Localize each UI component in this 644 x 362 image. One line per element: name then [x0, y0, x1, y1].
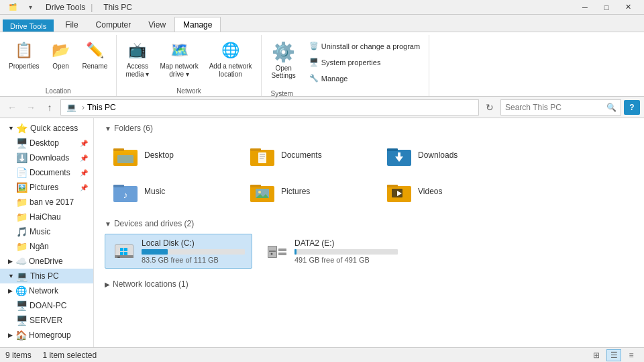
address-bar: ← → ↑ 💻 › This PC ↻ 🔍 ?: [0, 97, 644, 118]
open-button[interactable]: 📂 Open: [46, 36, 76, 74]
up-button[interactable]: ↑: [42, 99, 58, 116]
sidebar-item-haichau[interactable]: 📁 HaiChau: [0, 210, 93, 224]
folder-desktop-icon: [112, 143, 139, 167]
server-icon: 🖥️: [16, 315, 27, 326]
search-input[interactable]: [505, 103, 606, 112]
folder-desktop[interactable]: Desktop: [105, 138, 239, 172]
svg-rect-22: [387, 185, 398, 187]
large-icons-view-button[interactable]: ⊞: [589, 349, 604, 361]
devices-title: Devices and drives (2): [114, 219, 194, 228]
network-chevron: ▶: [105, 281, 110, 288]
this-pc-icon: 💻: [17, 271, 28, 281]
svg-rect-38: [278, 248, 286, 251]
close-button[interactable]: ✕: [617, 0, 639, 15]
uninstall-icon: 🗑️: [309, 42, 319, 50]
devices-section-header[interactable]: ▼ Devices and drives (2): [105, 219, 633, 228]
drive-c-bar-fill: [142, 249, 168, 255]
sidebar-item-this-pc[interactable]: ▼ 💻 This PC: [0, 269, 93, 283]
folders-title: Folders (6): [114, 124, 153, 133]
open-icon: 📂: [50, 40, 72, 61]
folder-pictures[interactable]: Pictures: [241, 175, 376, 208]
ribbon-group-location-items: 📋 Properties 📂 Open ✏️ Rename: [4, 35, 112, 85]
folders-section-header[interactable]: ▼ Folders (6): [105, 124, 633, 133]
access-media-button[interactable]: 📺 Accessmedia ▾: [121, 36, 154, 82]
address-path[interactable]: 💻 › This PC: [60, 99, 479, 116]
tab-manage[interactable]: Manage: [174, 17, 221, 32]
list-view-button[interactable]: ≡: [624, 349, 639, 361]
access-media-label: Accessmedia ▾: [125, 62, 149, 79]
sidebar-item-ngan[interactable]: 📁 Ngân: [0, 239, 93, 254]
tab-view[interactable]: View: [140, 17, 174, 32]
map-network-drive-button[interactable]: 🗺️ Map networkdrive ▾: [155, 36, 203, 82]
window-controls: ─ □ ✕: [574, 0, 639, 15]
sidebar-item-server[interactable]: 🖥️ SERVER: [0, 313, 93, 328]
content-area: ▼ Folders (6) Desktop Documents Downlo: [94, 118, 644, 347]
sidebar-item-doan-pc[interactable]: 🖥️ DOAN-PC: [0, 298, 93, 313]
sidebar-item-onedrive[interactable]: ▶ ☁️ OneDrive: [0, 254, 93, 269]
qat-expand[interactable]: ▾: [23, 0, 38, 15]
sidebar: ▼ ⭐ Quick access 🖥️ Desktop 📌 ⬇️ Downloa…: [0, 118, 94, 347]
map-network-drive-icon: 🗺️: [168, 40, 190, 61]
drive-e-info: DATA2 (E:) 491 GB free of 491 GB: [294, 238, 398, 264]
expand-icon-net: ▶: [8, 287, 13, 294]
folder-pictures-icon: [249, 179, 276, 203]
system-properties-button[interactable]: 🖥️ System properties: [305, 55, 425, 69]
folder-music[interactable]: ♪ Music: [105, 175, 239, 208]
details-view-button[interactable]: ☰: [606, 349, 621, 361]
open-settings-button[interactable]: ⚙️ OpenSettings: [266, 38, 302, 83]
sidebar-item-network[interactable]: ▶ 🌐 Network: [0, 283, 93, 298]
properties-button[interactable]: 📋 Properties: [4, 36, 44, 74]
network-section-header[interactable]: ▶ Network locations (1): [105, 279, 633, 289]
forward-button[interactable]: →: [23, 99, 39, 116]
sidebar-label-ngan: Ngân: [30, 242, 49, 251]
sidebar-item-documents[interactable]: 📄 Documents 📌: [0, 165, 93, 180]
drive-data2-e[interactable]: DATA2 (E:) 491 GB free of 491 GB: [258, 234, 405, 269]
tab-file[interactable]: File: [56, 17, 87, 32]
help-button[interactable]: ?: [624, 100, 640, 115]
folders-chevron: ▼: [105, 125, 111, 132]
folder-documents[interactable]: Documents: [241, 138, 376, 172]
expand-icon: ▼: [8, 125, 14, 132]
tab-drive-tools[interactable]: Drive Tools: [3, 19, 54, 32]
window-title-sep: |: [91, 3, 93, 12]
sidebar-item-ban-ve-2017[interactable]: 📁 ban ve 2017: [0, 195, 93, 210]
access-media-icon: 📺: [127, 40, 148, 61]
settings-icon: ⚙️: [272, 41, 295, 63]
maximize-button[interactable]: □: [596, 0, 617, 15]
network-icon: 🌐: [15, 285, 26, 296]
uninstall-button[interactable]: 🗑️ Uninstall or change a program: [305, 39, 425, 53]
main-area: ▼ ⭐ Quick access 🖥️ Desktop 📌 ⬇️ Downloa…: [0, 118, 644, 347]
folder-downloads[interactable]: Downloads: [378, 138, 513, 172]
sidebar-label-ban-ve-2017: ban ve 2017: [30, 197, 74, 207]
drive-e-bar-fill: [294, 249, 297, 255]
refresh-button[interactable]: ↻: [482, 99, 498, 116]
desktop-icon: 🖥️: [16, 138, 27, 148]
folder-videos[interactable]: Videos: [378, 175, 513, 208]
drive-e-free: 491 GB free of 491 GB: [294, 256, 398, 264]
add-network-location-button[interactable]: 🌐 Add a networklocation: [205, 36, 257, 82]
expand-icon-od: ▶: [8, 258, 13, 265]
tab-computer[interactable]: Computer: [87, 17, 140, 32]
rename-button[interactable]: ✏️ Rename: [78, 36, 113, 74]
drive-e-icon: [265, 239, 289, 263]
quick-access-toolbar[interactable]: 🗂️: [5, 0, 20, 15]
sidebar-item-pictures[interactable]: 🖼️ Pictures 📌: [0, 180, 93, 195]
svg-rect-39: [278, 253, 286, 255]
music-icon-sb: 🎵: [16, 226, 27, 237]
sidebar-item-desktop[interactable]: 🖥️ Desktop 📌: [0, 136, 93, 150]
sidebar-label-server: SERVER: [30, 316, 62, 325]
sidebar-item-downloads[interactable]: ⬇️ Downloads 📌: [0, 150, 93, 165]
back-button[interactable]: ←: [4, 99, 20, 116]
drive-local-disk-c[interactable]: Local Disk (C:) 83.5 GB free of 111 GB: [105, 234, 252, 269]
ribbon-group-network-items: 📺 Accessmedia ▾ 🗺️ Map networkdrive ▾ 🌐 …: [121, 35, 256, 85]
minimize-button[interactable]: ─: [574, 0, 596, 15]
status-view-controls: ⊞ ☰ ≡: [589, 349, 639, 361]
sidebar-label-pictures: Pictures: [30, 183, 58, 192]
sidebar-item-music[interactable]: 🎵 Music: [0, 224, 93, 239]
manage-button[interactable]: 🔧 Manage: [305, 71, 425, 85]
sidebar-label-quick-access: Quick access: [30, 124, 78, 133]
item-count: 9 items: [5, 351, 32, 360]
window-title: Drive Tools: [46, 3, 85, 12]
sidebar-item-quick-access[interactable]: ▼ ⭐ Quick access: [0, 121, 93, 136]
sidebar-item-homegroup[interactable]: ▶ 🏠 Homegroup: [0, 328, 93, 343]
